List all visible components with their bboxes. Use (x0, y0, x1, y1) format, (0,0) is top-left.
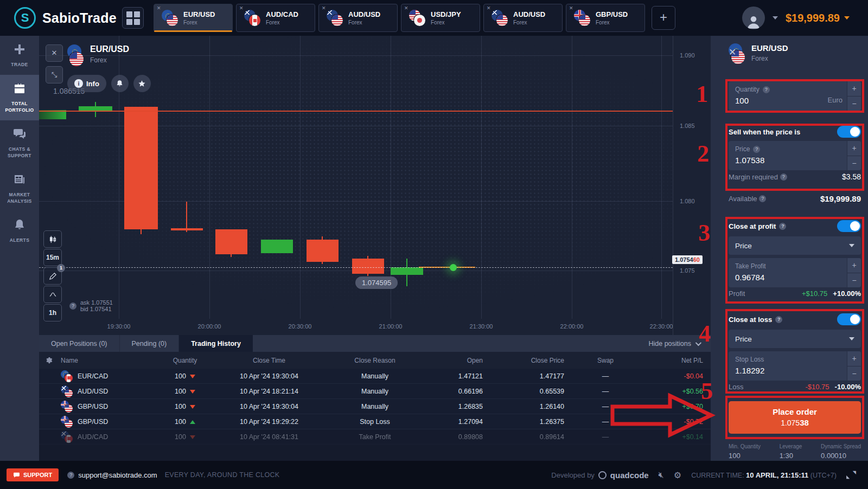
positions-tab-open-positions-[interactable]: Open Positions (0) (39, 335, 120, 352)
table-row[interactable]: AUD/CAD10010 Apr '24 08:41:31Take Profit… (39, 429, 711, 445)
timeframe-1h-button[interactable]: 1h (43, 304, 62, 321)
table-row[interactable]: GBP/USD10010 Apr '24 19:30:04Manually1.2… (39, 399, 711, 414)
instrument-tab-aud-usd[interactable]: ✕AUD/USDForex (483, 4, 563, 32)
positions-tab-pending-[interactable]: Pending (0) (120, 335, 180, 352)
order-price-field[interactable]: Price? 1.07538 +− (729, 141, 861, 170)
profit-mode-select[interactable]: Price (729, 236, 861, 255)
top-bar: SabioTrade ✕EUR/USDForex✕AUD/CADForex✕AU… (0, 0, 868, 36)
price-increase-button[interactable]: + (847, 141, 861, 156)
close-at-loss-toggle[interactable] (837, 313, 861, 325)
close-at-profit-toggle[interactable] (837, 220, 861, 232)
loss-mode-value: Price (735, 335, 752, 343)
help-icon[interactable]: ? (69, 303, 76, 310)
sidebar-item-total-portfolio[interactable]: TOTAL PORTFOLIO (0, 75, 39, 120)
gridline (661, 36, 662, 319)
draw-tool-button[interactable]: 1 (43, 267, 62, 285)
close-order-panel-icon[interactable]: ✕ (729, 47, 861, 58)
candle (352, 259, 384, 274)
alert-bell-button[interactable] (111, 75, 129, 92)
table-settings-gear-icon[interactable] (39, 356, 58, 364)
instrument-tab-usd-jpy[interactable]: ✕USD/JPYForex (401, 4, 480, 32)
pair-flags-icon (327, 10, 343, 26)
close-tab-icon[interactable]: ✕ (569, 5, 573, 11)
quantity-increase-button[interactable]: + (847, 81, 861, 96)
column-header-name: Name (58, 357, 155, 364)
table-row[interactable]: EUR/CAD10010 Apr '24 19:30:04Manually1.4… (39, 369, 711, 384)
quantity-decrease-button[interactable]: − (847, 96, 861, 111)
close-tab-icon[interactable]: ✕ (487, 5, 491, 11)
instrument-tab-gbp-usd[interactable]: ✕GBP/USDForex (566, 4, 645, 32)
price-decrease-button[interactable]: − (847, 156, 861, 171)
collapse-icon[interactable] (846, 470, 856, 480)
sound-muted-icon[interactable]: 🔇︎ (659, 470, 664, 480)
close-chart-button[interactable]: ✕ (46, 44, 63, 62)
take-profit-decrease-button[interactable]: − (847, 273, 861, 288)
help-icon[interactable]: ? (753, 146, 760, 153)
timeframe-15m-button[interactable]: 15m (43, 249, 62, 266)
place-order-button[interactable]: Place order 1.07538 (729, 401, 861, 434)
support-email[interactable]: ? support@sabiotrade.com (67, 471, 157, 479)
positions-tab-trading-history[interactable]: Trading History (179, 335, 253, 352)
sell-when-toggle[interactable] (837, 126, 861, 138)
table-row[interactable]: AUD/USD10010 Apr '24 18:21:14Manually0.6… (39, 384, 711, 399)
us-flag-icon (65, 404, 73, 413)
profit-percent: +10.00% (833, 289, 861, 298)
stop-loss-decrease-button[interactable]: − (847, 366, 861, 381)
sidebar-item-chats-support[interactable]: CHATS & SUPPORT (0, 120, 39, 166)
swap-value: — (601, 388, 610, 395)
take-profit-increase-button[interactable]: + (847, 258, 861, 273)
tab-pair-label: GBP/USD (596, 10, 628, 18)
close-tab-icon[interactable]: ✕ (239, 5, 244, 11)
hide-positions-button[interactable]: Hide positions (648, 335, 711, 352)
take-profit-field[interactable]: Take Profit 0.96784 +− (729, 258, 861, 287)
add-instrument-button[interactable]: + (652, 6, 675, 30)
help-icon[interactable]: ? (763, 86, 770, 93)
quantity-field[interactable]: Quantity? 100Euro +− (729, 81, 861, 111)
close-tab-icon[interactable]: ✕ (404, 5, 409, 11)
help-icon[interactable]: ? (779, 223, 786, 230)
statusbar-right: Developed by quadcode 🔇︎ ⚙ CURRENT TIME:… (551, 470, 868, 480)
close-tab-icon[interactable]: ✕ (157, 5, 161, 11)
stop-loss-increase-button[interactable]: + (847, 351, 861, 366)
info-button[interactable]: iInfo (67, 75, 106, 92)
table-row[interactable]: GBP/USD10010 Apr '24 19:29:22Stop Loss1.… (39, 414, 711, 429)
help-icon[interactable]: ? (775, 316, 782, 323)
take-profit-stepper: +− (847, 258, 861, 287)
account-balance[interactable]: $19,999.89 (786, 12, 850, 24)
quantity-value: 100 (175, 418, 186, 426)
help-icon[interactable]: ? (759, 195, 766, 202)
price-tick-label: 1.085 (680, 123, 695, 129)
quadcode-logo-icon (598, 471, 607, 479)
close-tab-icon[interactable]: ✕ (322, 5, 326, 11)
balance-value: $19,999.89 (786, 12, 840, 24)
resize-chart-button[interactable]: ⤡ (46, 66, 63, 83)
indicator-tool-button[interactable] (43, 286, 62, 303)
avatar[interactable] (742, 7, 765, 29)
support-button[interactable]: SUPPORT (7, 468, 59, 481)
sidebar-item-label: MARKET ANALYSIS (1, 192, 38, 204)
price-axis[interactable]: 1.075460 1.0901.0851.0801.075 (673, 36, 711, 335)
available-label: Available (729, 195, 757, 203)
chart-type-button[interactable] (43, 230, 62, 248)
instrument-tab-aud-usd[interactable]: ✕AUD/USDForex (318, 4, 398, 32)
price-stepper: +− (847, 141, 861, 170)
current-time-value: 10 APRIL, 21:15:11 (746, 471, 808, 479)
sidebar-item-market-analysis[interactable]: MARKET ANALYSIS (0, 166, 39, 211)
chart-canvas[interactable]: ✕ ⤡ EUR/USD Forex 1.086515 iInfo 15m 1 1… (39, 36, 673, 335)
favorite-star-button[interactable] (133, 75, 151, 92)
loss-mode-select[interactable]: Price (729, 330, 861, 348)
apps-grid-button[interactable] (122, 7, 144, 29)
settings-gear-icon[interactable]: ⚙ (674, 470, 681, 480)
sidebar-item-label: TRADE (11, 62, 28, 68)
help-icon[interactable]: ? (780, 173, 787, 181)
instrument-tab-eur-usd[interactable]: ✕EUR/USDForex (154, 4, 233, 32)
stop-loss-field[interactable]: Stop Loss 1.18292 +− (729, 351, 861, 381)
sidebar-item-trade[interactable]: TRADE (0, 36, 39, 75)
row-pair-name: EUR/CAD (78, 372, 108, 380)
row-close-reason: Take Profit (323, 433, 426, 441)
close-at-profit-label: Close at profit (729, 222, 776, 230)
sidebar-item-alerts[interactable]: ALERTS (0, 211, 39, 250)
avatar-caret-icon[interactable] (773, 16, 778, 20)
instrument-tab-aud-cad[interactable]: ✕AUD/CADForex (236, 4, 315, 32)
leverage-value: 1:30 (780, 452, 802, 460)
